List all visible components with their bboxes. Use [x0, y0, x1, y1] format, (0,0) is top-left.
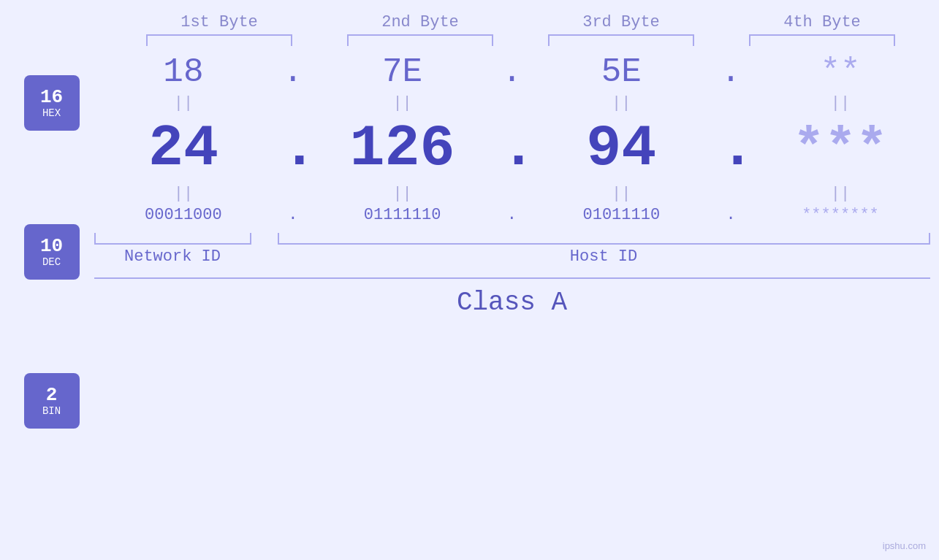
host-id-label: Host ID — [278, 248, 930, 266]
hex-b4: ** — [760, 53, 921, 91]
dot-bin-3: . — [720, 206, 742, 224]
eq2-b4: || — [760, 185, 921, 203]
hex-row: 18 . 7E . 5E . ** — [94, 53, 930, 91]
eq1-b1: || — [103, 94, 264, 112]
hex-b1: 18 — [103, 53, 264, 91]
hex-badge: 16 HEX — [24, 75, 80, 131]
hex-b3: 5E — [541, 53, 702, 91]
eq2-b1: || — [103, 185, 264, 203]
bin-row: 00011000 . 01111110 . 01011110 . *******… — [94, 206, 930, 224]
dot-dec-3: . — [720, 115, 742, 182]
dec-badge: 10 DEC — [24, 224, 80, 280]
bin-b1: 00011000 — [103, 206, 264, 224]
eq1-b2: || — [322, 94, 483, 112]
class-label: Class A — [94, 277, 930, 318]
page-container: 1st Byte 2nd Byte 3rd Byte 4th Byte 16 H… — [0, 0, 939, 560]
equals-row-1: || || || || — [94, 94, 930, 112]
rows-container: 18 . 7E . 5E . ** || || || || 24 — [94, 53, 930, 318]
eq1-b4: || — [760, 94, 921, 112]
byte4-header: 4th Byte — [742, 13, 902, 31]
network-id-label: Network ID — [94, 248, 251, 266]
dec-b3: 94 — [541, 115, 702, 182]
byte2-header: 2nd Byte — [340, 13, 501, 31]
dot-bin-1: . — [282, 206, 304, 224]
dec-b1: 24 — [103, 115, 264, 182]
dot-hex-3: . — [720, 53, 742, 91]
equals-row-2: || || || || — [94, 185, 930, 203]
eq1-b3: || — [541, 94, 702, 112]
dot-hex-1: . — [282, 53, 304, 91]
bottom-labels-row: Network ID Host ID — [94, 248, 930, 266]
dot-hex-2: . — [501, 53, 522, 91]
bracket-byte3 — [548, 34, 694, 46]
byte-headers: 1st Byte 2nd Byte 3rd Byte 4th Byte — [119, 13, 923, 31]
hex-b2: 7E — [322, 53, 483, 91]
eq2-b3: || — [541, 185, 702, 203]
dot-dec-1: . — [282, 115, 304, 182]
dec-b2: 126 — [322, 115, 483, 182]
top-brackets — [119, 34, 923, 46]
bin-b4: ******** — [760, 206, 921, 224]
host-bracket — [278, 233, 930, 245]
base-badges: 16 HEX 10 DEC 2 BIN — [24, 75, 80, 429]
bottom-brackets-row — [94, 233, 930, 245]
eq2-b2: || — [322, 185, 483, 203]
dec-row: 24 . 126 . 94 . *** — [94, 115, 930, 182]
bracket-byte2 — [347, 34, 493, 46]
bin-b2: 01111110 — [322, 206, 483, 224]
bin-b3: 01011110 — [541, 206, 702, 224]
dec-b4: *** — [760, 119, 921, 179]
dot-bin-2: . — [501, 206, 522, 224]
bin-badge: 2 BIN — [24, 373, 80, 429]
network-bracket — [94, 233, 251, 245]
byte3-header: 3rd Byte — [541, 13, 702, 31]
watermark: ipshu.com — [883, 540, 926, 551]
dot-dec-2: . — [501, 115, 522, 182]
bracket-byte1 — [146, 34, 292, 46]
byte1-header: 1st Byte — [139, 13, 300, 31]
bracket-byte4 — [749, 34, 895, 46]
